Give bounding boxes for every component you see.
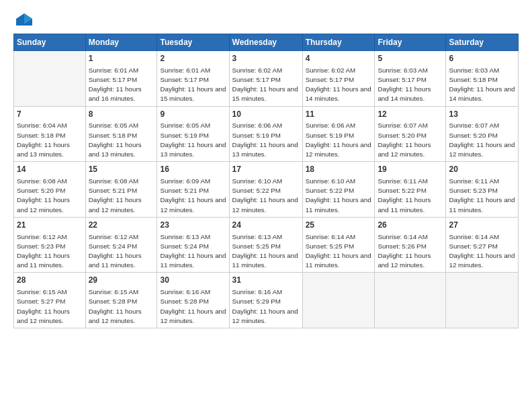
- day-cell: 17 Sunrise: 6:10 AMSunset: 5:22 PMDaylig…: [229, 162, 302, 218]
- day-info: Sunrise: 6:06 AMSunset: 5:19 PMDaylight:…: [306, 122, 371, 158]
- day-cell: 12 Sunrise: 6:07 AMSunset: 5:20 PMDaylig…: [375, 106, 446, 162]
- day-number: 25: [306, 220, 372, 231]
- day-cell: 20 Sunrise: 6:11 AMSunset: 5:23 PMDaylig…: [446, 162, 519, 218]
- day-number: 5: [378, 53, 443, 64]
- day-number: 6: [449, 53, 515, 64]
- day-number: 9: [160, 109, 226, 120]
- day-info: Sunrise: 6:07 AMSunset: 5:20 PMDaylight:…: [378, 122, 431, 158]
- day-info: Sunrise: 6:16 AMSunset: 5:28 PMDaylight:…: [160, 288, 226, 324]
- day-number: 23: [160, 220, 226, 231]
- day-cell: 13 Sunrise: 6:07 AMSunset: 5:20 PMDaylig…: [446, 106, 519, 162]
- day-info: Sunrise: 6:14 AMSunset: 5:27 PMDaylight:…: [449, 233, 515, 269]
- day-number: 17: [232, 164, 300, 175]
- day-number: 22: [89, 220, 154, 231]
- day-number: 20: [449, 164, 515, 175]
- day-info: Sunrise: 6:14 AMSunset: 5:25 PMDaylight:…: [306, 233, 371, 269]
- day-info: Sunrise: 6:13 AMSunset: 5:24 PMDaylight:…: [160, 233, 226, 269]
- day-cell: 23 Sunrise: 6:13 AMSunset: 5:24 PMDaylig…: [157, 217, 229, 273]
- day-cell: 14 Sunrise: 6:08 AMSunset: 5:20 PMDaylig…: [14, 162, 86, 218]
- day-cell: [302, 273, 375, 328]
- weekday-header-thursday: Thursday: [302, 34, 375, 51]
- day-number: 14: [17, 164, 83, 175]
- week-row-5: 28 Sunrise: 6:15 AMSunset: 5:27 PMDaylig…: [14, 273, 519, 328]
- day-number: 11: [306, 109, 372, 120]
- day-cell: [375, 273, 446, 328]
- weekday-header-sunday: Sunday: [14, 34, 86, 51]
- logo: [13, 12, 34, 27]
- day-info: Sunrise: 6:01 AMSunset: 5:17 PMDaylight:…: [160, 66, 226, 103]
- day-number: 26: [378, 220, 443, 231]
- day-number: 28: [17, 275, 83, 286]
- day-info: Sunrise: 6:16 AMSunset: 5:29 PMDaylight:…: [232, 288, 298, 324]
- day-info: Sunrise: 6:13 AMSunset: 5:25 PMDaylight:…: [232, 233, 298, 269]
- day-info: Sunrise: 6:02 AMSunset: 5:17 PMDaylight:…: [306, 66, 371, 103]
- weekday-header-friday: Friday: [375, 34, 446, 51]
- day-number: 21: [17, 220, 83, 231]
- day-cell: 10 Sunrise: 6:06 AMSunset: 5:19 PMDaylig…: [229, 106, 302, 162]
- day-cell: 1 Sunrise: 6:01 AMSunset: 5:17 PMDayligh…: [85, 51, 157, 107]
- day-cell: 18 Sunrise: 6:10 AMSunset: 5:22 PMDaylig…: [302, 162, 375, 218]
- day-number: 2: [160, 53, 226, 64]
- calendar-page: SundayMondayTuesdayWednesdayThursdayFrid…: [0, 0, 532, 411]
- day-cell: 7 Sunrise: 6:04 AMSunset: 5:18 PMDayligh…: [14, 106, 86, 162]
- week-row-2: 7 Sunrise: 6:04 AMSunset: 5:18 PMDayligh…: [14, 106, 519, 162]
- day-cell: 9 Sunrise: 6:05 AMSunset: 5:19 PMDayligh…: [157, 106, 229, 162]
- day-info: Sunrise: 6:15 AMSunset: 5:27 PMDaylight:…: [17, 288, 70, 324]
- header: [13, 12, 519, 27]
- day-cell: [14, 51, 86, 107]
- weekday-header-row: SundayMondayTuesdayWednesdayThursdayFrid…: [14, 34, 519, 51]
- day-info: Sunrise: 6:12 AMSunset: 5:24 PMDaylight:…: [89, 233, 142, 269]
- day-number: 19: [378, 164, 443, 175]
- day-info: Sunrise: 6:09 AMSunset: 5:21 PMDaylight:…: [160, 177, 226, 214]
- day-info: Sunrise: 6:12 AMSunset: 5:23 PMDaylight:…: [17, 233, 70, 269]
- calendar-table: SundayMondayTuesdayWednesdayThursdayFrid…: [13, 34, 519, 328]
- day-cell: 31 Sunrise: 6:16 AMSunset: 5:29 PMDaylig…: [229, 273, 302, 328]
- day-info: Sunrise: 6:15 AMSunset: 5:28 PMDaylight:…: [89, 288, 142, 324]
- day-info: Sunrise: 6:05 AMSunset: 5:19 PMDaylight:…: [160, 122, 226, 158]
- weekday-header-monday: Monday: [85, 34, 157, 51]
- day-info: Sunrise: 6:06 AMSunset: 5:19 PMDaylight:…: [232, 122, 298, 158]
- day-number: 10: [232, 109, 300, 120]
- day-number: 18: [306, 164, 372, 175]
- day-cell: 19 Sunrise: 6:11 AMSunset: 5:22 PMDaylig…: [375, 162, 446, 218]
- day-cell: 27 Sunrise: 6:14 AMSunset: 5:27 PMDaylig…: [446, 217, 519, 273]
- day-info: Sunrise: 6:04 AMSunset: 5:18 PMDaylight:…: [17, 122, 70, 158]
- logo-icon: [15, 12, 34, 27]
- day-cell: 8 Sunrise: 6:05 AMSunset: 5:18 PMDayligh…: [85, 106, 157, 162]
- day-number: 8: [89, 109, 154, 120]
- weekday-header-saturday: Saturday: [446, 34, 519, 51]
- day-number: 30: [160, 275, 226, 286]
- weekday-header-tuesday: Tuesday: [157, 34, 229, 51]
- day-number: 15: [89, 164, 154, 175]
- day-info: Sunrise: 6:08 AMSunset: 5:21 PMDaylight:…: [89, 177, 142, 214]
- day-cell: 30 Sunrise: 6:16 AMSunset: 5:28 PMDaylig…: [157, 273, 229, 328]
- day-number: 4: [306, 53, 372, 64]
- day-cell: 22 Sunrise: 6:12 AMSunset: 5:24 PMDaylig…: [85, 217, 157, 273]
- day-cell: 25 Sunrise: 6:14 AMSunset: 5:25 PMDaylig…: [302, 217, 375, 273]
- day-info: Sunrise: 6:14 AMSunset: 5:26 PMDaylight:…: [378, 233, 431, 269]
- day-info: Sunrise: 6:02 AMSunset: 5:17 PMDaylight:…: [232, 66, 298, 103]
- day-info: Sunrise: 6:03 AMSunset: 5:17 PMDaylight:…: [378, 66, 431, 103]
- day-number: 12: [378, 109, 443, 120]
- day-info: Sunrise: 6:08 AMSunset: 5:20 PMDaylight:…: [17, 177, 70, 214]
- day-cell: 2 Sunrise: 6:01 AMSunset: 5:17 PMDayligh…: [157, 51, 229, 107]
- day-number: 16: [160, 164, 226, 175]
- day-number: 29: [89, 275, 154, 286]
- day-cell: 16 Sunrise: 6:09 AMSunset: 5:21 PMDaylig…: [157, 162, 229, 218]
- day-cell: 4 Sunrise: 6:02 AMSunset: 5:17 PMDayligh…: [302, 51, 375, 107]
- day-cell: [446, 273, 519, 328]
- day-number: 27: [449, 220, 515, 231]
- week-row-1: 1 Sunrise: 6:01 AMSunset: 5:17 PMDayligh…: [14, 51, 519, 107]
- day-cell: 11 Sunrise: 6:06 AMSunset: 5:19 PMDaylig…: [302, 106, 375, 162]
- day-cell: 29 Sunrise: 6:15 AMSunset: 5:28 PMDaylig…: [85, 273, 157, 328]
- day-number: 7: [17, 109, 83, 120]
- day-info: Sunrise: 6:03 AMSunset: 5:18 PMDaylight:…: [449, 66, 515, 103]
- logo-area: [13, 12, 34, 27]
- day-number: 13: [449, 109, 515, 120]
- day-number: 24: [232, 220, 300, 231]
- day-cell: 6 Sunrise: 6:03 AMSunset: 5:18 PMDayligh…: [446, 51, 519, 107]
- day-info: Sunrise: 6:11 AMSunset: 5:23 PMDaylight:…: [449, 177, 515, 214]
- day-info: Sunrise: 6:11 AMSunset: 5:22 PMDaylight:…: [378, 177, 431, 214]
- day-cell: 24 Sunrise: 6:13 AMSunset: 5:25 PMDaylig…: [229, 217, 302, 273]
- day-number: 31: [232, 275, 300, 286]
